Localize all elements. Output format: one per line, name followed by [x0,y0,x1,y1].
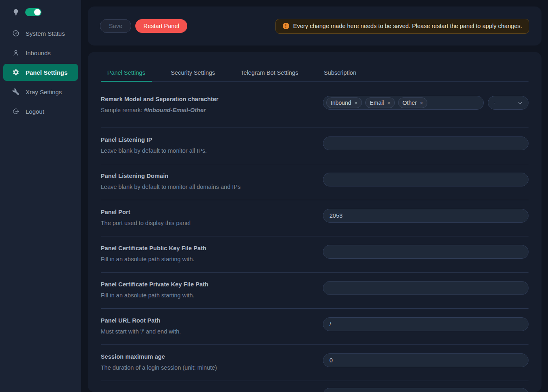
chevron-down-icon [518,100,523,106]
row-label-block: Panel Listening DomainLeave blank by def… [101,173,323,190]
theme-row [0,6,81,20]
tab-subscription[interactable]: Subscription [317,64,363,81]
sidebar-item-panel-settings[interactable]: Panel Settings [3,64,78,81]
form-row-cutoff-row [101,381,529,392]
field-label: Remark Model and Seperation charachter [101,96,311,102]
restart-panel-button[interactable]: Restart Panel [135,19,187,33]
tag-remove-icon[interactable]: × [387,100,390,106]
field-label: Panel Certificate Private Key File Path [101,281,311,288]
warning-alert: ! Every change made here needs to be sav… [275,19,529,34]
sidebar-item-label: Panel Settings [26,69,67,76]
sidebar-item-label: Inbounds [26,50,51,56]
tag-email: Email× [365,97,395,108]
form-row-panel-cert-public: Panel Certificate Public Key File PathFi… [101,236,529,273]
tab-panel-settings[interactable]: Panel Settings [101,64,152,81]
row-control-block [323,173,529,186]
field-description: Sample remark: #Inbound-Email-Other [101,107,311,113]
panel-listening-ip-input[interactable] [323,136,529,150]
panel-url-root-input[interactable] [323,317,529,331]
sidebar-item-label: System Status [26,30,65,37]
field-description: Leave blank by default to monitor all do… [101,184,311,190]
sidebar-nav: System StatusInboundsPanel SettingsXray … [0,24,81,121]
field-description: Must start with '/' and end with. [101,328,311,335]
form-row-panel-port: Panel PortThe port used to display this … [101,200,529,236]
row-control-block [323,388,529,392]
field-label: Panel Listening IP [101,136,311,143]
sidebar-item-logout[interactable]: Logout [3,103,78,120]
settings-panel: Panel SettingsSecurity SettingsTelegram … [88,52,542,392]
row-label-block: Panel URL Root PathMust start with '/' a… [101,317,323,335]
panel-listening-domain-input[interactable] [323,173,529,186]
row-label-block: Panel Certificate Public Key File PathFi… [101,245,323,262]
tag-label: Inbound [331,100,351,106]
sample-remark-value: #Inbound-Email-Other [144,107,206,113]
sidebar: System StatusInboundsPanel SettingsXray … [0,0,81,392]
row-label-block: Panel PortThe port used to display this … [101,209,323,226]
tag-remove-icon[interactable]: × [355,100,358,106]
form-row-remark-model: Remark Model and Seperation charachterSa… [101,82,529,128]
settings-tabs: Panel SettingsSecurity SettingsTelegram … [101,52,529,82]
toggle-knob [34,9,41,15]
bulb-icon [12,9,19,16]
form-row-panel-listening-ip: Panel Listening IPLeave blank by default… [101,128,529,164]
field-description: Fill in an absolute path starting with. [101,292,311,299]
row-label-block: Session maximum ageThe duration of a log… [101,353,323,371]
sidebar-item-inbounds[interactable]: Inbounds [3,44,78,61]
panel-cert-public-input[interactable] [323,245,529,259]
logout-icon [12,108,19,115]
form-row-panel-listening-domain: Panel Listening DomainLeave blank by def… [101,164,529,200]
field-label: Panel Port [101,209,311,215]
remark-tags-input[interactable]: Inbound×Email×Other× [323,96,484,110]
separator-select[interactable]: - [488,96,529,110]
field-label: Panel Listening Domain [101,173,311,179]
tag-label: Other [403,100,417,106]
cutoff-row-input[interactable] [323,388,529,392]
field-description: The duration of a login session (unit: m… [101,364,311,371]
panel-port-input[interactable] [323,209,529,223]
row-label-block: Panel Certificate Private Key File PathF… [101,281,323,299]
row-label-block: Remark Model and Seperation charachterSa… [101,96,323,113]
action-bar: Save Restart Panel ! Every change made h… [88,6,542,45]
sidebar-item-label: Logout [26,108,44,115]
tab-telegram-bot-settings[interactable]: Telegram Bot Settings [234,64,305,81]
panel-cert-private-input[interactable] [323,281,529,295]
field-label: Panel URL Root Path [101,317,311,324]
sidebar-item-system-status[interactable]: System Status [3,25,78,42]
field-label: Panel Certificate Public Key File Path [101,245,311,251]
tab-security-settings[interactable]: Security Settings [165,64,222,81]
row-control-block [323,245,529,259]
warning-icon: ! [283,23,289,29]
save-button[interactable]: Save [100,19,131,33]
separator-select-value: - [494,100,496,106]
main-content: Save Restart Panel ! Every change made h… [81,0,548,392]
wrench-icon [12,88,19,95]
field-label: Session maximum age [101,353,311,360]
form-row-panel-cert-private: Panel Certificate Private Key File PathF… [101,273,529,309]
warning-alert-text: Every change made here needs to be saved… [293,23,522,29]
form-row-panel-url-root: Panel URL Root PathMust start with '/' a… [101,309,529,345]
tag-remove-icon[interactable]: × [420,100,423,106]
form-row-session-max-age: Session maximum ageThe duration of a log… [101,345,529,381]
sidebar-item-xray-settings[interactable]: Xray Settings [3,83,78,100]
row-control-block [323,281,529,295]
row-control-block [323,353,529,367]
settings-form: Remark Model and Seperation charachterSa… [101,82,529,392]
session-max-age-input[interactable] [323,353,529,367]
row-control-block: Inbound×Email×Other×- [323,96,529,110]
dashboard-icon [12,30,19,37]
user-icon [12,49,19,56]
tag-other: Other× [398,97,428,108]
row-control-block [323,136,529,150]
row-control-block [323,209,529,223]
row-label-block: Panel Listening IPLeave blank by default… [101,136,323,154]
field-description: The port used to display this panel [101,220,311,226]
sidebar-item-label: Xray Settings [26,89,62,95]
tag-label: Email [370,100,384,106]
gear-icon [12,69,19,76]
row-control-block [323,317,529,331]
field-description: Leave blank by default to monitor all IP… [101,147,311,154]
field-description: Fill in an absolute path starting with. [101,256,311,262]
tag-inbound: Inbound× [326,97,362,108]
theme-toggle[interactable] [25,8,41,16]
